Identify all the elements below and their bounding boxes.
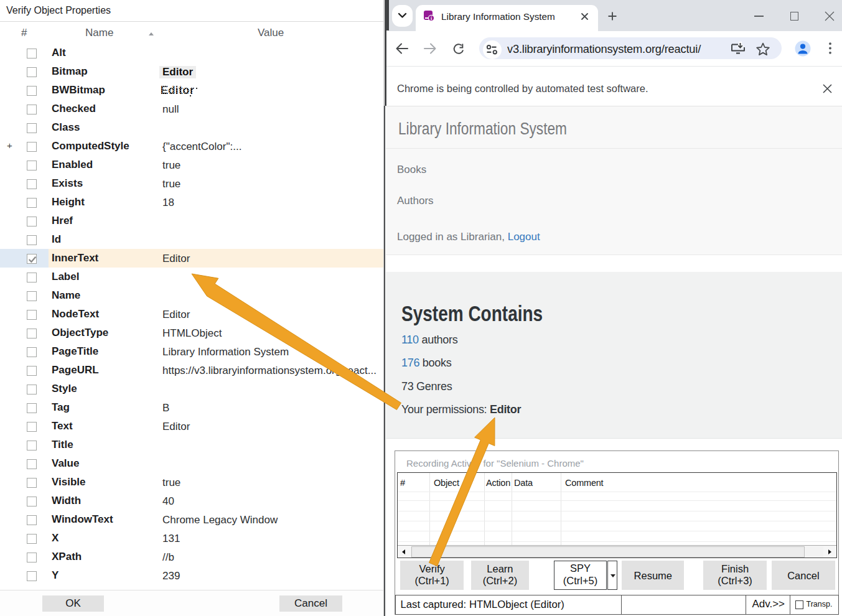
svg-text:Editor: Editor [161,84,194,96]
